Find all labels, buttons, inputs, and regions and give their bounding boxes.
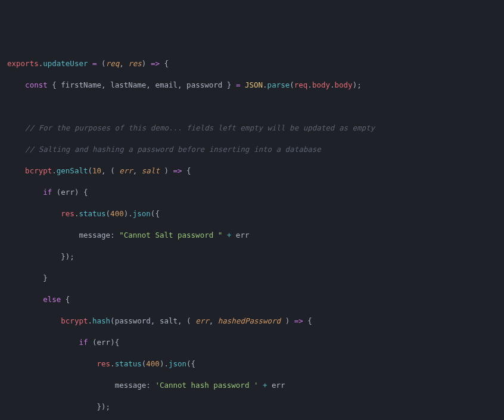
code-line[interactable]: if (err) { xyxy=(7,187,504,198)
code-line[interactable]: bcrypt.genSalt(10, ( err, salt ) => { xyxy=(7,166,504,176)
token-param: res xyxy=(128,59,142,68)
code-line[interactable]: message: 'Cannot hash password ' + err xyxy=(7,380,504,391)
code-line[interactable]: bcrypt.hash(password, salt, ( err, hashe… xyxy=(7,316,504,326)
token-ident: firstName xyxy=(61,80,101,89)
code-line[interactable]: if (err){ xyxy=(7,337,504,348)
code-line[interactable]: else { xyxy=(7,294,504,305)
code-line[interactable]: // For the purposes of this demo... fiel… xyxy=(7,123,504,133)
token-builtin: JSON xyxy=(245,80,263,89)
code-line[interactable]: res.status(400).json({ xyxy=(7,209,504,219)
token-property: updateUser xyxy=(43,59,88,68)
code-line[interactable]: const { firstName, lastName, email, pass… xyxy=(7,80,504,91)
code-line[interactable]: }); xyxy=(7,251,504,262)
token-comment: // Salting and hashing a password before… xyxy=(25,145,321,154)
token-param: req xyxy=(106,59,120,68)
token-keyword: const xyxy=(25,80,48,89)
code-line[interactable]: } xyxy=(7,273,504,284)
code-line[interactable]: }); xyxy=(7,402,504,412)
code-line[interactable]: message: "Cannot Salt password " + err xyxy=(7,230,504,241)
token-string: "Cannot Salt password " xyxy=(119,231,222,239)
code-line[interactable] xyxy=(7,101,504,112)
code-line[interactable]: exports.updateUser = (req, res) => { xyxy=(7,58,504,69)
token-object: exports xyxy=(7,59,39,68)
code-line[interactable]: // Salting and hashing a password before… xyxy=(7,144,504,155)
code-line[interactable]: res.status(400).json({ xyxy=(7,359,504,369)
token-comment: // For the purposes of this demo... fiel… xyxy=(25,123,375,132)
code-editor[interactable]: exports.updateUser = (req, res) => { con… xyxy=(7,48,504,420)
